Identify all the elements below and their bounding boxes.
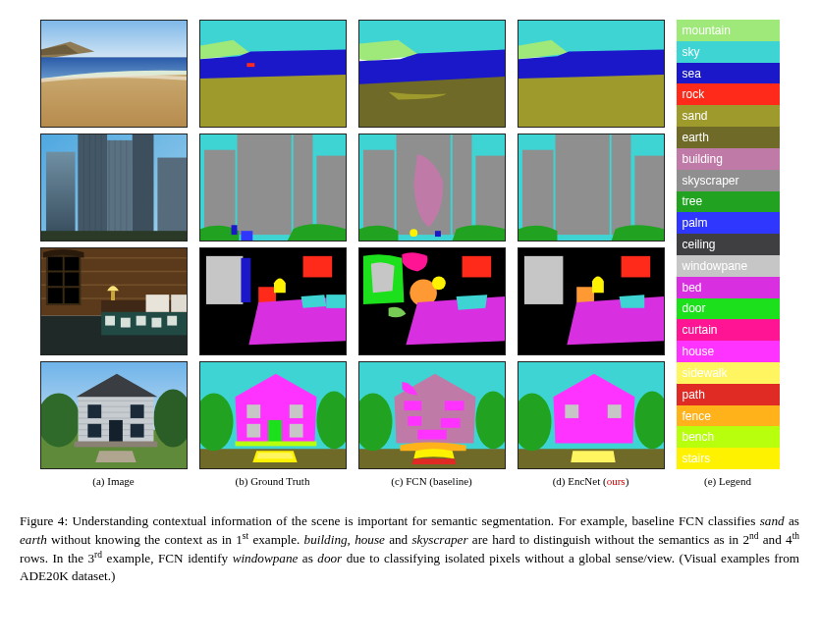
legend-house: house <box>677 341 780 362</box>
svg-rect-10 <box>157 158 187 241</box>
row2-fcn <box>358 134 506 242</box>
figure-grid: mountainskysearocksandearthbuildingskysc… <box>20 20 799 497</box>
svg-rect-84 <box>440 418 460 428</box>
row2-image <box>40 134 188 242</box>
legend-skyscraper: skyscraper <box>677 170 780 191</box>
svg-rect-39 <box>136 316 145 326</box>
svg-rect-67 <box>109 420 123 444</box>
row1-encnet <box>518 20 665 128</box>
svg-rect-45 <box>205 256 242 304</box>
svg-rect-23 <box>475 156 505 236</box>
subcap-a: (a) Image <box>40 475 188 497</box>
svg-rect-28 <box>555 134 609 235</box>
row1-gt <box>199 20 347 128</box>
svg-rect-89 <box>565 404 578 418</box>
svg-rect-29 <box>611 134 630 235</box>
legend-building: building <box>677 148 780 170</box>
svg-rect-55 <box>523 256 562 304</box>
svg-rect-76 <box>268 420 282 444</box>
svg-rect-81 <box>404 401 421 410</box>
row3-fcn <box>358 247 506 355</box>
row1-image <box>40 20 188 128</box>
legend-bed: bed <box>677 277 780 298</box>
svg-rect-83 <box>408 416 421 426</box>
svg-rect-82 <box>444 401 464 410</box>
subcap-d: (d) EncNet (ours) <box>518 475 665 497</box>
svg-rect-22 <box>452 134 471 235</box>
svg-rect-8 <box>107 140 133 241</box>
svg-rect-68 <box>74 442 157 448</box>
svg-rect-74 <box>246 424 260 438</box>
svg-rect-30 <box>634 156 664 236</box>
subcap-b: (b) Ground Truth <box>199 475 347 497</box>
svg-rect-11 <box>41 231 187 241</box>
svg-rect-47 <box>302 256 332 278</box>
svg-rect-73 <box>289 404 302 418</box>
subcap-c: (c) FCN (baseline) <box>358 475 506 497</box>
svg-rect-25 <box>434 231 440 237</box>
svg-rect-37 <box>105 316 115 326</box>
svg-rect-65 <box>87 424 101 438</box>
svg-point-24 <box>410 229 417 237</box>
legend-fence: fence <box>677 405 780 427</box>
row4-image <box>40 361 188 469</box>
svg-rect-49 <box>326 295 346 308</box>
legend-rock: rock <box>677 83 780 105</box>
row2-gt <box>199 134 347 242</box>
svg-rect-7 <box>78 134 107 241</box>
legend-tree: tree <box>677 191 780 213</box>
svg-rect-85 <box>417 430 447 440</box>
svg-rect-46 <box>241 258 250 302</box>
legend-sky: sky <box>677 41 780 63</box>
svg-rect-41 <box>167 316 177 326</box>
svg-rect-43 <box>171 295 187 312</box>
legend-stairs: stairs <box>677 448 780 469</box>
legend-door: door <box>677 298 780 320</box>
row4-gt <box>199 361 347 469</box>
legend-mountain: mountain <box>677 20 780 41</box>
svg-rect-56 <box>621 256 650 278</box>
svg-rect-38 <box>120 318 130 328</box>
row1-fcn <box>358 20 506 128</box>
svg-rect-14 <box>237 134 291 235</box>
svg-rect-9 <box>132 134 153 241</box>
svg-rect-51 <box>462 256 491 278</box>
legend-earth: earth <box>677 127 780 148</box>
svg-rect-34 <box>111 291 115 300</box>
row2-encnet <box>518 134 665 242</box>
svg-rect-20 <box>362 150 394 235</box>
legend-palm: palm <box>677 212 780 234</box>
svg-point-53 <box>432 276 446 290</box>
svg-rect-40 <box>151 318 161 328</box>
row4-fcn <box>358 361 506 469</box>
svg-rect-42 <box>145 295 169 312</box>
svg-rect-13 <box>203 150 235 235</box>
svg-rect-72 <box>246 404 260 418</box>
svg-rect-63 <box>87 404 101 418</box>
svg-rect-90 <box>607 404 621 418</box>
svg-rect-66 <box>130 424 143 438</box>
svg-rect-17 <box>241 231 252 241</box>
row3-gt <box>199 247 347 355</box>
row3-encnet <box>518 247 665 355</box>
legend: mountainskysearocksandearthbuildingskysc… <box>677 20 780 469</box>
svg-rect-75 <box>289 424 302 438</box>
row4-encnet <box>518 361 665 469</box>
svg-rect-15 <box>293 134 312 235</box>
legend-path: path <box>677 384 780 405</box>
subcap-e: (e) Legend <box>677 475 780 497</box>
svg-rect-6 <box>45 152 75 241</box>
svg-rect-77 <box>235 442 316 447</box>
legend-windowpane: windowpane <box>677 255 780 277</box>
svg-rect-64 <box>130 404 143 418</box>
svg-rect-16 <box>316 156 346 236</box>
legend-sand: sand <box>677 105 780 127</box>
figure-4: mountainskysearocksandearthbuildingskysc… <box>20 20 799 585</box>
legend-sidewalk: sidewalk <box>677 362 780 384</box>
legend-curtain: curtain <box>677 319 780 341</box>
svg-rect-18 <box>231 225 237 235</box>
legend-sea: sea <box>677 63 780 84</box>
figure-caption: Figure 4: Understanding contextual infor… <box>20 512 799 585</box>
svg-rect-27 <box>521 150 553 235</box>
legend-bench: bench <box>677 426 780 448</box>
